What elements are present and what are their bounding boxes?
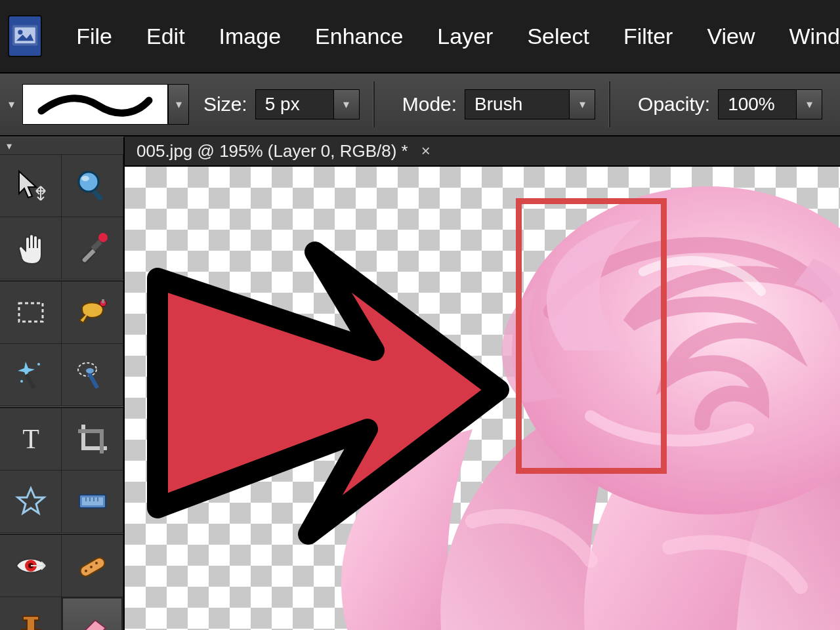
tool-palette-menu-icon[interactable]: ▾ — [0, 137, 123, 155]
healing-brush-tool[interactable] — [62, 535, 123, 597]
svg-point-3 — [79, 172, 98, 192]
menu-image[interactable]: Image — [219, 24, 282, 49]
document-area: 005.jpg @ 195% (Layer 0, RGB/8) * × — [125, 136, 840, 630]
zoom-tool[interactable] — [62, 155, 123, 217]
document-tab-title: 005.jpg @ 195% (Layer 0, RGB/8) * — [136, 141, 408, 161]
magic-wand-tool[interactable] — [0, 344, 62, 406]
move-tool[interactable] — [0, 155, 62, 217]
clone-stamp-tool-icon — [12, 610, 49, 630]
quick-selection-tool[interactable] — [62, 344, 123, 406]
hand-tool[interactable] — [0, 217, 62, 280]
svg-rect-10 — [102, 299, 104, 303]
menu-select[interactable]: Select — [527, 24, 589, 49]
mode-select[interactable]: Brush — [465, 89, 570, 119]
crop-tool[interactable] — [62, 408, 123, 471]
opacity-label: Opacity: — [638, 93, 710, 116]
menu-filter[interactable]: Filter — [623, 24, 673, 49]
menu-bar: File Edit Image Enhance Layer Select Fil… — [0, 0, 840, 73]
cookie-cutter-tool[interactable] — [0, 471, 62, 533]
app-icon — [8, 15, 42, 57]
svg-rect-19 — [82, 497, 103, 505]
eyedropper-tool[interactable] — [62, 217, 123, 280]
red-eye-tool[interactable] — [0, 535, 62, 597]
marquee-tool-icon — [12, 294, 49, 331]
brush-preview[interactable] — [22, 84, 168, 125]
svg-rect-5 — [92, 190, 104, 201]
eyedropper-tool-icon — [74, 230, 111, 266]
crop-tool-icon — [74, 421, 111, 457]
size-dropdown-icon[interactable]: ▾ — [334, 89, 360, 119]
canvas[interactable] — [125, 167, 840, 630]
quick-selection-tool-icon — [74, 356, 111, 393]
type-tool-icon: T — [12, 421, 49, 457]
svg-point-4 — [81, 176, 89, 181]
straighten-tool-icon — [74, 483, 111, 520]
marquee-tool[interactable] — [0, 282, 62, 344]
work-area: ▾ — [0, 136, 840, 630]
lasso-tool[interactable] — [62, 282, 123, 344]
options-bar: ▾ ▾ Size: 5 px ▾ Mode: Brush ▾ Opacity: … — [0, 73, 840, 136]
annotation-highlight-box — [516, 198, 667, 474]
document-tab-bar: 005.jpg @ 195% (Layer 0, RGB/8) * × — [125, 136, 840, 167]
move-tool-icon — [12, 167, 49, 204]
redeye-tool-icon — [12, 547, 49, 584]
menu-edit[interactable]: Edit — [146, 24, 185, 49]
svg-point-32 — [95, 562, 98, 564]
zoom-tool-icon — [74, 167, 111, 204]
clone-stamp-tool[interactable] — [0, 597, 62, 630]
svg-text:T: T — [22, 424, 39, 454]
svg-point-2 — [18, 30, 22, 34]
menu-layer[interactable]: Layer — [437, 24, 493, 49]
tool-preset-dropdown-icon[interactable]: ▾ — [4, 97, 18, 112]
menu-enhance[interactable]: Enhance — [315, 24, 403, 49]
magic-wand-tool-icon — [12, 356, 49, 393]
menu-file[interactable]: File — [76, 24, 112, 49]
eraser-tool[interactable] — [62, 597, 123, 630]
annotation-arrow-icon — [125, 200, 518, 567]
mode-label: Mode: — [402, 93, 457, 116]
menu-window[interactable]: Wind — [789, 24, 840, 49]
close-icon[interactable]: × — [417, 142, 434, 160]
mode-dropdown-icon[interactable]: ▾ — [570, 89, 595, 119]
type-tool[interactable]: T — [0, 408, 62, 471]
svg-point-16 — [86, 368, 94, 373]
hand-tool-icon — [12, 230, 49, 266]
svg-point-12 — [20, 380, 23, 383]
svg-point-30 — [85, 570, 87, 572]
tool-palette: ▾ — [0, 136, 125, 630]
lasso-tool-icon — [74, 294, 111, 331]
eraser-tool-icon — [74, 610, 111, 630]
svg-point-13 — [37, 363, 40, 366]
divider — [373, 81, 375, 127]
size-label: Size: — [203, 93, 247, 116]
opacity-input[interactable]: 100% — [718, 89, 797, 119]
svg-rect-11 — [24, 373, 35, 389]
opacity-dropdown-icon[interactable]: ▾ — [797, 89, 822, 119]
straighten-tool[interactable] — [62, 471, 123, 533]
cookie-cutter-tool-icon — [12, 483, 49, 520]
document-tab[interactable]: 005.jpg @ 195% (Layer 0, RGB/8) * × — [125, 136, 446, 165]
svg-rect-8 — [19, 303, 43, 322]
size-input[interactable]: 5 px — [255, 89, 334, 119]
menu-view[interactable]: View — [707, 24, 755, 49]
divider — [608, 81, 610, 127]
svg-point-7 — [98, 233, 108, 242]
healing-brush-tool-icon — [74, 547, 111, 584]
svg-point-31 — [90, 566, 93, 568]
brush-preset-dropdown-icon[interactable]: ▾ — [168, 84, 189, 125]
